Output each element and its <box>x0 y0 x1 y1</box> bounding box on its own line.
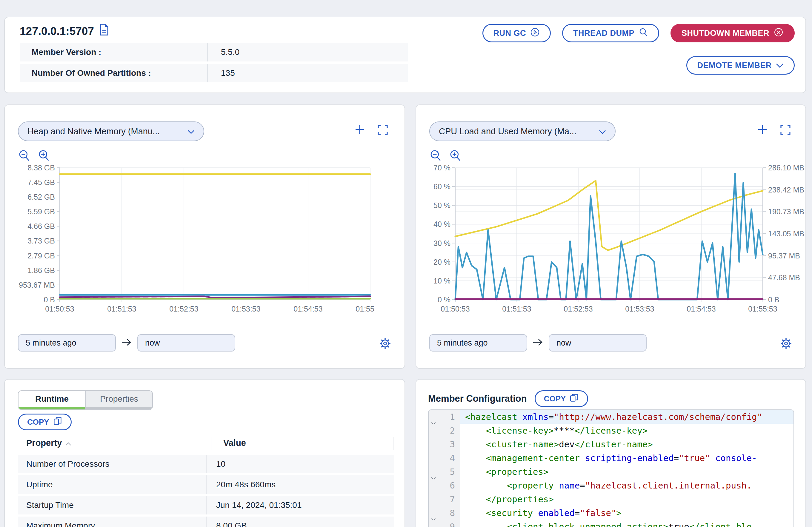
chevron-down-icon <box>188 127 194 136</box>
member-configuration-card: Member Configuration COPY 1<hazelcast xm… <box>416 379 806 527</box>
table-row: Startup TimeJun 14, 2024, 01:35:01 <box>18 496 394 514</box>
zoom-out-icon[interactable] <box>18 149 31 163</box>
cpu-memory-chart[interactable]: 01:50:5301:51:5301:52:5301:53:5301:54:53… <box>427 165 808 317</box>
cpu-chart-metric-select[interactable]: CPU Load and Used Memory (Ma... <box>429 121 615 141</box>
svg-text:286.10 MB: 286.10 MB <box>768 165 804 172</box>
svg-text:20 %: 20 % <box>433 258 450 266</box>
column-property[interactable]: Property <box>26 438 71 448</box>
value-cell: 8.00 GB <box>207 516 394 527</box>
svg-text:238.42 MB: 238.42 MB <box>768 186 804 194</box>
svg-text:190.73 MB: 190.73 MB <box>768 207 804 216</box>
line-gutter[interactable]: 6 <box>429 479 460 493</box>
time-range-row: 5 minutes ago now <box>429 334 647 352</box>
fullscreen-icon[interactable] <box>780 124 793 137</box>
heap-memory-chart[interactable]: 01:50:5301:51:5301:52:5301:53:5301:54:53… <box>9 165 375 317</box>
line-gutter[interactable]: 5 <box>429 465 460 479</box>
svg-text:01:51:53: 01:51:53 <box>502 305 531 313</box>
info-label: Number Of Owned Partitions : <box>20 64 208 82</box>
line-gutter[interactable]: 8 <box>429 506 460 520</box>
cpu-memory-chart-card: CPU Load and Used Memory (Ma... 01:50:53… <box>416 104 806 369</box>
demote-label: DEMOTE MEMBER <box>697 61 772 70</box>
copy-label: COPY <box>544 394 566 404</box>
svg-text:1.86 GB: 1.86 GB <box>27 266 55 275</box>
thread-dump-button[interactable]: THREAD DUMP <box>562 24 659 42</box>
chevron-down-icon <box>599 127 606 136</box>
copy-runtime-button[interactable]: COPY <box>18 414 72 430</box>
svg-text:01:55:53: 01:55:53 <box>356 305 375 313</box>
fullscreen-icon[interactable] <box>377 124 390 137</box>
code-text: <management-center scripting-enabled="tr… <box>460 451 794 465</box>
line-gutter[interactable]: 3 <box>429 438 460 451</box>
svg-text:0 %: 0 % <box>438 295 450 304</box>
demote-member-button[interactable]: DEMOTE MEMBER <box>686 56 795 75</box>
chart-zoom-controls <box>429 149 462 163</box>
column-divider <box>211 437 212 450</box>
code-text: </properties> <box>460 493 794 506</box>
code-line: 8 <security enabled="false"> <box>429 506 794 520</box>
value-cell: Jun 14, 2024, 01:35:01 <box>207 496 394 514</box>
svg-text:01:52:53: 01:52:53 <box>169 305 198 313</box>
sort-asc-icon <box>66 438 71 448</box>
runtime-tab-group: Runtime Properties <box>18 390 153 410</box>
code-line: 7 </properties> <box>429 493 794 506</box>
runtime-properties-card: Runtime Properties COPY Property Value N… <box>4 379 405 527</box>
svg-text:01:51:53: 01:51:53 <box>107 305 136 313</box>
time-range-row: 5 minutes ago now <box>18 334 235 352</box>
copy-icon <box>570 393 579 404</box>
series-used-memory <box>455 180 763 250</box>
code-text: <cluster-name>dev</cluster-name> <box>460 438 794 451</box>
gear-icon[interactable] <box>379 337 391 350</box>
search-icon <box>639 27 648 39</box>
shutdown-member-button[interactable]: SHUTDOWN MEMBER <box>670 24 795 42</box>
gear-icon[interactable] <box>780 337 792 350</box>
code-line: 9 <client-block-unmapped-actions>true</c… <box>429 520 794 527</box>
svg-text:01:52:53: 01:52:53 <box>564 305 593 313</box>
tab-runtime[interactable]: Runtime <box>18 391 85 409</box>
line-gutter[interactable]: 1 <box>429 410 460 424</box>
time-from-input[interactable]: 5 minutes ago <box>429 334 527 352</box>
code-text: <property name="hazelcast.client.interna… <box>460 479 794 493</box>
line-gutter[interactable]: 9 <box>429 520 460 527</box>
zoom-in-icon[interactable] <box>38 149 51 163</box>
value-cell: 10 <box>207 455 394 473</box>
column-divider <box>393 437 393 450</box>
copy-label: COPY <box>27 418 49 427</box>
svg-text:60 %: 60 % <box>433 182 450 191</box>
add-chart-icon[interactable] <box>756 123 770 137</box>
time-to-input[interactable]: now <box>137 334 235 352</box>
close-circle-icon <box>773 27 784 39</box>
value-cell: 20m 48s 660ms <box>207 475 394 494</box>
time-from-input[interactable]: 5 minutes ago <box>18 334 116 352</box>
shutdown-label: SHUTDOWN MEMBER <box>682 29 769 38</box>
svg-text:01:54:53: 01:54:53 <box>293 305 322 313</box>
copy-config-button[interactable]: COPY <box>535 390 589 407</box>
code-text: <license-key>****</license-key> <box>460 424 794 438</box>
svg-text:95.37 MB: 95.37 MB <box>768 252 800 260</box>
code-text: <properties> <box>460 465 794 479</box>
svg-text:10 %: 10 % <box>433 277 450 285</box>
svg-text:40 %: 40 % <box>433 220 450 228</box>
svg-text:5.59 GB: 5.59 GB <box>27 207 55 216</box>
member-info-row: Member Version :5.5.0 <box>20 43 408 61</box>
thread-dump-label: THREAD DUMP <box>573 29 634 38</box>
time-to-input[interactable]: now <box>549 334 647 352</box>
info-label: Member Version : <box>20 43 208 61</box>
line-gutter[interactable]: 7 <box>429 493 460 506</box>
tab-properties[interactable]: Properties <box>85 391 152 409</box>
code-line: 6 <property name="hazelcast.client.inter… <box>429 479 794 493</box>
svg-text:8.38 GB: 8.38 GB <box>27 165 55 172</box>
svg-text:01:53:53: 01:53:53 <box>625 305 654 313</box>
run-gc-button[interactable]: RUN GC <box>482 24 551 42</box>
info-value: 5.5.0 <box>208 43 408 61</box>
document-icon[interactable] <box>99 24 109 39</box>
svg-text:01:54:53: 01:54:53 <box>686 305 715 313</box>
svg-text:3.73 GB: 3.73 GB <box>27 237 55 245</box>
add-chart-icon[interactable] <box>354 123 367 137</box>
line-gutter[interactable]: 4 <box>429 451 460 465</box>
zoom-out-icon[interactable] <box>429 149 443 163</box>
table-row: Uptime20m 48s 660ms <box>18 475 394 494</box>
zoom-in-icon[interactable] <box>449 149 462 163</box>
config-code-editor[interactable]: 1<hazelcast xmlns="http://www.hazelcast.… <box>428 409 794 527</box>
heap-chart-metric-select[interactable]: Heap and Native Memory (Manu... <box>18 121 204 141</box>
line-gutter[interactable]: 2 <box>429 424 460 438</box>
